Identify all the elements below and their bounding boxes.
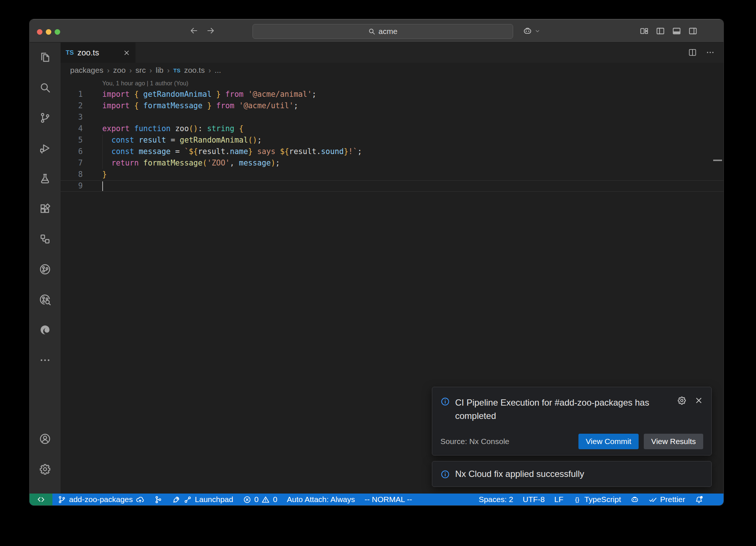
- status-copilot-status[interactable]: [630, 495, 639, 504]
- breadcrumb-separator: ›: [150, 66, 152, 75]
- activity-explorer-icon[interactable]: [39, 51, 51, 63]
- copilot-icon: [523, 26, 532, 36]
- code-line-4: 4export function zoo(): string {: [61, 123, 724, 134]
- panel-left-icon[interactable]: [656, 26, 665, 36]
- status-indentation[interactable]: Spaces: 2: [479, 495, 513, 504]
- breadcrumb-item-src[interactable]: src: [135, 66, 146, 75]
- activity-workspace-links-icon[interactable]: [39, 233, 51, 245]
- status-formatter-prettier[interactable]: Prettier: [649, 495, 685, 504]
- breadcrumb-item-symbols[interactable]: ...: [214, 66, 221, 75]
- tab-label: zoo.ts: [78, 48, 119, 58]
- view-results-button[interactable]: View Results: [644, 434, 703, 449]
- gitlens-blame-annotation: You, 1 hour ago | 1 author (You): [61, 78, 724, 89]
- minimize-button[interactable]: [46, 29, 51, 35]
- copilot-menu[interactable]: [523, 26, 540, 36]
- ellipsis-h-icon[interactable]: [706, 48, 715, 57]
- panel-right-icon[interactable]: [688, 26, 698, 36]
- status-vim-mode[interactable]: -- NORMAL --: [365, 495, 412, 504]
- zoom-button[interactable]: [55, 29, 60, 35]
- search-value: acme: [378, 27, 397, 36]
- back-icon[interactable]: [189, 26, 199, 35]
- breadcrumb-item-file[interactable]: zoo.ts: [184, 66, 205, 75]
- tab-strip: TS zoo.ts: [61, 42, 724, 63]
- breadcrumb-item-zoo[interactable]: zoo: [113, 66, 126, 75]
- mini-branch-icon: [183, 495, 192, 504]
- notification-toast-nx-cloud: Nx Cloud fix applied successfully: [432, 461, 712, 487]
- code-text: const result = getRandomAnimal();: [86, 134, 262, 146]
- status-bar: add-zoo-packagesLaunchpad00Auto Attach: …: [30, 494, 724, 505]
- code-text: return formatMessage('ZOO', message);: [86, 157, 280, 169]
- close-button[interactable]: [37, 29, 42, 35]
- status-encoding-label: UTF-8: [523, 495, 545, 504]
- breadcrumb-item-lib[interactable]: lib: [156, 66, 164, 75]
- remote-indicator[interactable]: [30, 494, 52, 505]
- breadcrumb-separator: ›: [167, 66, 170, 75]
- customize-layout-icon[interactable]: [639, 26, 649, 36]
- line-number: 6: [61, 146, 86, 157]
- line-number: 5: [61, 134, 86, 146]
- code-text: import { formatMessage } from '@acme/uti…: [86, 100, 298, 112]
- activity-search-icon[interactable]: [39, 82, 51, 93]
- status-problems-label: 0: [254, 495, 259, 504]
- activity-source-control-icon[interactable]: [39, 112, 51, 124]
- remote-icon: [37, 495, 45, 504]
- status-git-branch-item[interactable]: add-zoo-packages: [58, 495, 144, 504]
- activity-gitlens-icon[interactable]: [39, 263, 51, 275]
- panel-bottom-icon[interactable]: [672, 26, 681, 36]
- notification-source: Source: Nx Console: [440, 437, 509, 446]
- line-number: 8: [61, 169, 86, 180]
- activity-accounts-icon[interactable]: [39, 433, 51, 445]
- notification-settings-gear-icon[interactable]: [677, 396, 686, 405]
- layout-controls: [639, 26, 698, 36]
- status-encoding[interactable]: UTF-8: [523, 495, 545, 504]
- breadcrumb-separator: ›: [209, 66, 211, 75]
- close-icon[interactable]: [123, 49, 130, 57]
- double-check-icon: [649, 495, 657, 504]
- status-formatter-prettier-label: Prettier: [660, 495, 685, 504]
- split-editor-icon[interactable]: [688, 48, 697, 57]
- status-eol[interactable]: LF: [554, 495, 564, 504]
- code-line-1: 1import { getRandomAnimal } from '@acme/…: [61, 89, 724, 100]
- notification-close-icon[interactable]: [694, 396, 703, 405]
- notification-message: Nx Cloud fix applied successfully: [455, 467, 584, 481]
- status-indentation-label: Spaces: 2: [479, 495, 513, 504]
- breadcrumb-item-packages[interactable]: packages: [70, 66, 103, 75]
- activity-more-views-icon[interactable]: [39, 354, 51, 366]
- status-auto-attach[interactable]: Auto Attach: Always: [287, 495, 355, 504]
- tab-zoo-ts[interactable]: TS zoo.ts: [61, 42, 135, 63]
- current-line-highlight: [61, 180, 724, 192]
- activity-run-and-debug-icon[interactable]: [39, 142, 51, 154]
- code-text: [86, 112, 102, 123]
- status-problems[interactable]: 00: [243, 495, 277, 504]
- breadcrumb: packages›zoo›src›lib›TSzoo.ts›...: [61, 63, 724, 78]
- code-line-7: 7 return formatMessage('ZOO', message);: [61, 157, 724, 169]
- status-nx-project-graph[interactable]: [154, 495, 162, 504]
- activity-extensions-icon[interactable]: [39, 203, 51, 215]
- command-center-search[interactable]: acme: [252, 24, 513, 39]
- screenshot-stage: acme TS zoo.ts packages›zo: [0, 0, 756, 546]
- activity-gitlens-inspect-icon[interactable]: [39, 294, 51, 306]
- activity-testing-icon[interactable]: [39, 173, 51, 184]
- status-auto-attach-label: Auto Attach: Always: [287, 495, 355, 504]
- line-number: 3: [61, 112, 86, 123]
- status-eol-label: LF: [554, 495, 564, 504]
- status-notifications-bell[interactable]: [695, 495, 703, 504]
- activity-bar: [30, 42, 61, 494]
- status-gitlens-launchpad[interactable]: Launchpad: [172, 495, 233, 504]
- status-language-mode[interactable]: {}TypeScript: [573, 495, 621, 504]
- notification-message: CI Pipeline Execution for #add-zoo-packa…: [455, 396, 651, 423]
- breadcrumb-separator: ›: [129, 66, 132, 75]
- line-number: 4: [61, 123, 86, 134]
- code-text: }: [86, 169, 107, 180]
- text-cursor: [102, 181, 103, 191]
- code-text: import { getRandomAnimal } from '@acme/a…: [86, 89, 316, 100]
- status-language-mode-label: TypeScript: [584, 495, 621, 504]
- status-gitlens-launchpad-label: Launchpad: [195, 495, 233, 504]
- view-commit-button[interactable]: View Commit: [578, 434, 639, 449]
- notification-toast-ci-pipeline: CI Pipeline Execution for #add-zoo-packa…: [432, 387, 712, 455]
- warning-triangle-icon: [261, 495, 270, 504]
- activity-edge-tools-icon[interactable]: [39, 324, 51, 336]
- forward-icon[interactable]: [206, 26, 216, 35]
- breadcrumb-separator: ›: [107, 66, 110, 75]
- activity-settings-icon[interactable]: [39, 463, 51, 475]
